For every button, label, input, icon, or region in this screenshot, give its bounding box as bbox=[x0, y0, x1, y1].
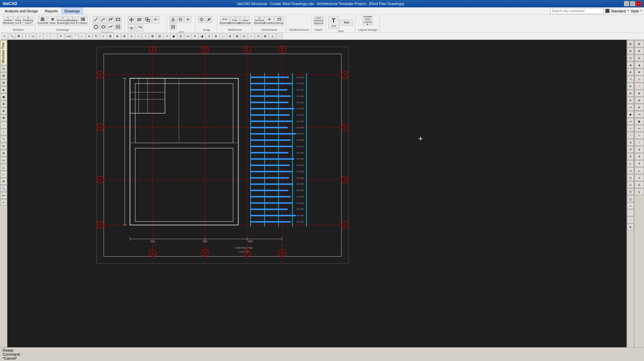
ls-btn-20[interactable]: ⊹ bbox=[0, 199, 7, 206]
tb2-xref[interactable]: ⊞ bbox=[234, 33, 240, 39]
multiple-lines-button[interactable]: MultipleLines ▾ bbox=[68, 16, 77, 25]
rs-btn-19[interactable]: ⊿ bbox=[627, 167, 634, 174]
ls-btn-11[interactable]: ⤡ bbox=[0, 136, 7, 142]
rp-btn-18[interactable]: ⊽ bbox=[635, 160, 644, 167]
tb2-object-snap[interactable]: ⊡ bbox=[177, 33, 184, 39]
tb2-properties[interactable]: ℹ bbox=[206, 33, 212, 39]
tb2-diff[interactable]: ∖ bbox=[142, 33, 149, 39]
ls-btn-9[interactable]: ↔ bbox=[0, 122, 7, 128]
concrete-button[interactable]: Concrete bbox=[38, 16, 47, 25]
rs-btn-14[interactable]: ⊺ bbox=[627, 132, 634, 139]
rp-btn-8[interactable]: ⊕ bbox=[635, 90, 644, 97]
tb2-snap-grid[interactable]: ⊟ bbox=[156, 33, 163, 39]
rs-btn-22[interactable]: ⋂ bbox=[627, 188, 634, 195]
ls-btn-12[interactable]: ↻ bbox=[0, 143, 7, 149]
rs-btn-10[interactable]: ⊶ bbox=[627, 104, 634, 111]
tb2-arc[interactable]: ◜ bbox=[44, 33, 50, 39]
rs-btn-20[interactable]: ⋀ bbox=[627, 174, 634, 181]
rp-btn-14[interactable]: ⊹ bbox=[635, 132, 644, 139]
rp-btn-17[interactable]: ⊼ bbox=[635, 153, 644, 160]
rs-btn-5[interactable]: ⊛ bbox=[627, 69, 634, 75]
rp-btn-12[interactable]: ◉ bbox=[635, 118, 644, 125]
rs-btn-7[interactable]: ⊕ bbox=[627, 83, 634, 89]
rs-btn-6[interactable]: ▭ bbox=[627, 76, 634, 82]
rs-btn-1[interactable]: ⊞ bbox=[627, 41, 634, 47]
tb2-rect[interactable]: ▭ bbox=[30, 33, 36, 39]
menu-analysis[interactable]: Analysis and Design bbox=[1, 7, 42, 14]
snap2-button[interactable] bbox=[206, 16, 212, 23]
rp-btn-3[interactable]: ⊡ bbox=[635, 55, 644, 61]
ls-btn-4[interactable]: ◈ bbox=[0, 86, 7, 93]
edit1-button[interactable] bbox=[170, 16, 176, 23]
tb2-point[interactable]: · bbox=[51, 33, 57, 39]
rs-btn-11[interactable]: ◉ bbox=[627, 111, 634, 118]
ls-btn-6[interactable]: ⊗ bbox=[0, 101, 7, 107]
tb2-chamfer[interactable]: ⌐ bbox=[79, 33, 86, 39]
stirrup-button[interactable]: Stirrup bbox=[275, 16, 284, 25]
tb2-grid[interactable]: ⊞ bbox=[149, 33, 156, 39]
tb2-layer[interactable]: ⊚ bbox=[213, 33, 219, 39]
ls-btn-10[interactable]: ↕ bbox=[0, 129, 7, 135]
trim-button[interactable] bbox=[152, 16, 159, 23]
rp-btn-10[interactable]: ⊚ bbox=[635, 104, 644, 111]
rs-btn-26[interactable]: ⋆ bbox=[627, 217, 634, 223]
rs-btn-15[interactable]: ⊻ bbox=[627, 139, 634, 146]
rs-btn-13[interactable]: ⊹ bbox=[627, 125, 634, 132]
tb2-fillet[interactable]: ⌒ bbox=[72, 33, 78, 39]
tb2-table[interactable]: ⊞ bbox=[262, 33, 269, 39]
tb2-intersect[interactable]: ∩ bbox=[135, 33, 142, 39]
polyline-button[interactable] bbox=[107, 16, 114, 23]
tb2-line[interactable]: / bbox=[22, 33, 29, 39]
rp-btn-21[interactable]: ⋀ bbox=[635, 181, 644, 188]
rp-btn-7[interactable]: □ bbox=[635, 83, 644, 89]
rs-btn-24[interactable]: ⋄ bbox=[627, 202, 634, 209]
rs-btn-4[interactable]: ◈ bbox=[627, 62, 634, 68]
ls-btn-17[interactable]: ⊛ bbox=[0, 178, 7, 185]
tb2-circle[interactable]: ○ bbox=[37, 33, 43, 39]
circle-button[interactable] bbox=[93, 23, 99, 30]
edit2-button[interactable] bbox=[177, 16, 184, 23]
tb2-extend[interactable]: ⟶ bbox=[65, 33, 71, 39]
tb2-explode[interactable]: ⊕ bbox=[121, 33, 128, 39]
tb2-transparency[interactable]: ◑ bbox=[199, 33, 205, 39]
spline-button[interactable] bbox=[107, 23, 114, 30]
rp-btn-4[interactable]: ◈ bbox=[635, 62, 644, 68]
section-elevation-button[interactable]: SectionElevation bbox=[255, 16, 264, 25]
rp-btn-2[interactable]: ⊟ bbox=[635, 48, 644, 54]
search-input[interactable] bbox=[550, 8, 604, 14]
style-selector[interactable]: ⬛ Standard ▼ bbox=[605, 9, 630, 13]
ellipse-button[interactable] bbox=[100, 23, 107, 30]
rp-btn-6[interactable]: ▭ bbox=[635, 76, 644, 82]
rs-btn-16[interactable]: ⊼ bbox=[627, 146, 634, 153]
tb2-polar[interactable]: ◉ bbox=[170, 33, 177, 39]
tb2-break[interactable]: ⊗ bbox=[114, 33, 121, 39]
tb2-leaders[interactable]: ↪ bbox=[255, 33, 262, 39]
offset-button[interactable] bbox=[136, 16, 143, 23]
style-dropdown[interactable]: Style ▼ bbox=[631, 9, 643, 13]
canvas-area[interactable]: 4 4 3 3 2 2 1 1 A B C bbox=[7, 40, 627, 347]
steel-button[interactable]: Steel bbox=[48, 16, 57, 25]
text-type-button[interactable]: Text bbox=[340, 19, 353, 25]
ls-btn-16[interactable]: ○ bbox=[0, 171, 7, 178]
tb2-array[interactable]: ⊞ bbox=[107, 33, 114, 39]
tb2-macro[interactable]: ⋯ bbox=[276, 33, 283, 39]
tb2-dim[interactable]: ↔ bbox=[248, 33, 255, 39]
rect-button[interactable] bbox=[115, 16, 121, 23]
extend-button[interactable] bbox=[128, 24, 135, 32]
ls-btn-19[interactable]: ⊷ bbox=[0, 192, 7, 199]
rs-btn-18[interactable]: ⊾ bbox=[627, 160, 634, 167]
ls-btn-5[interactable]: ◉ bbox=[0, 94, 7, 100]
maximize-button[interactable]: □ bbox=[630, 1, 635, 6]
tb2-pan[interactable]: ✥ bbox=[15, 33, 22, 39]
ls-btn-15[interactable]: △ bbox=[0, 164, 7, 171]
menu-drawings[interactable]: Drawings bbox=[61, 7, 83, 14]
distance-button[interactable]: Distance bbox=[220, 16, 229, 25]
tb2-dynamic[interactable]: ⊷ bbox=[184, 33, 191, 39]
user-defined-hatch-button[interactable]: User DefinedHatch ▾ bbox=[314, 16, 323, 25]
ls-btn-2[interactable]: ⊞ bbox=[0, 72, 7, 79]
rs-btn-17[interactable]: ⊽ bbox=[627, 153, 634, 160]
tb2-rotate[interactable]: ↻ bbox=[93, 33, 100, 39]
rs-btn-9[interactable]: ⊚ bbox=[627, 97, 634, 104]
rp-btn-16[interactable]: ⊻ bbox=[635, 146, 644, 153]
arc-button[interactable] bbox=[100, 16, 107, 23]
